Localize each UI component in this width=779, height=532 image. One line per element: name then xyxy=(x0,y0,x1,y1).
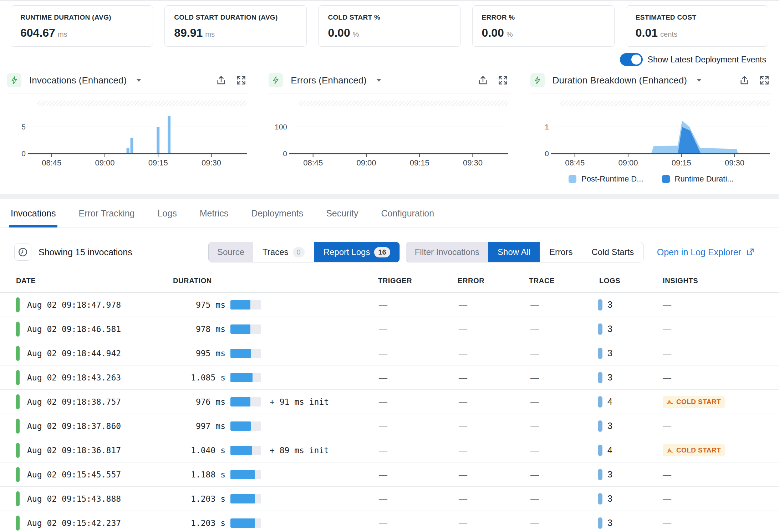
trace-cell: — xyxy=(530,511,539,532)
enhanced-bolt-badge xyxy=(269,73,283,87)
logs-cell[interactable]: 3 xyxy=(598,317,612,341)
trigger-cell: — xyxy=(379,317,387,341)
duration-bar-fill xyxy=(230,373,253,382)
table-row[interactable]: Aug 02 09:15:43.8881.203 s———3— xyxy=(0,487,779,511)
table-row[interactable]: Aug 02 09:18:46.581978 ms———3— xyxy=(0,317,779,341)
legend-item-post-runtime-d[interactable]: Post-Runtime D... xyxy=(569,174,643,184)
insights-cell: COLD START xyxy=(663,438,725,462)
invocation-filter-option-errors[interactable]: Errors xyxy=(540,242,582,262)
table-row[interactable]: Aug 02 09:18:36.8171.040 s+ 89 ms init——… xyxy=(0,438,779,462)
logs-cell[interactable]: 4 xyxy=(598,390,612,414)
logs-cell[interactable]: 3 xyxy=(598,414,612,438)
chart-plot-errors-enhanced[interactable]: 100008:4509:0009:1509:30 xyxy=(269,95,510,172)
history-clock-button[interactable] xyxy=(14,244,31,261)
logs-pill-icon xyxy=(598,323,602,335)
status-strip xyxy=(16,516,20,531)
tab-deployments[interactable]: Deployments xyxy=(251,208,303,227)
tab-invocations[interactable]: Invocations xyxy=(11,208,56,227)
empty-value-dash: — xyxy=(530,373,539,383)
table-row[interactable]: Aug 02 09:18:38.757976 ms+ 91 ms init———… xyxy=(0,390,779,414)
cold-start-icon xyxy=(667,447,673,453)
chart-plot-invocations-enhanced[interactable]: 5008:4509:0009:1509:30 xyxy=(7,95,249,172)
export-chart-button[interactable] xyxy=(739,75,750,86)
caret-down-icon[interactable] xyxy=(136,78,142,82)
cold-start-badge[interactable]: COLD START xyxy=(663,444,725,456)
logs-pill-icon xyxy=(598,420,602,432)
logs-cell[interactable]: 3 xyxy=(598,293,612,317)
cold-start-badge[interactable]: COLD START xyxy=(663,396,725,408)
table-row[interactable]: Aug 02 09:18:47.978975 ms———3— xyxy=(0,293,779,317)
legend-swatch xyxy=(569,175,576,183)
table-header-row: DATEDURATIONTRIGGERERRORTRACELOGSINSIGHT… xyxy=(0,277,779,293)
tab-security[interactable]: Security xyxy=(326,208,358,227)
chart-plot-duration-breakdown-enhanced[interactable]: 1008:4509:0009:1509:30 xyxy=(530,95,772,172)
chart-panel-invocations-enhanced: Invocations (Enhanced)5008:4509:0009:150… xyxy=(7,72,249,185)
logs-count: 3 xyxy=(607,518,612,528)
logs-cell[interactable]: 3 xyxy=(598,487,612,511)
caret-down-icon[interactable] xyxy=(696,78,702,82)
empty-value-dash: — xyxy=(379,470,387,480)
empty-value-dash: — xyxy=(663,421,671,431)
insights-cell: — xyxy=(663,462,671,486)
clock-icon xyxy=(17,247,28,257)
table-row[interactable]: Aug 02 09:18:44.942995 ms———3— xyxy=(0,341,779,365)
duration-bar xyxy=(230,414,261,438)
tab-configuration[interactable]: Configuration xyxy=(381,208,434,227)
tab-metrics[interactable]: Metrics xyxy=(200,208,229,227)
table-row[interactable]: Aug 02 09:15:45.5571.188 s———3— xyxy=(0,462,779,487)
expand-chart-button[interactable] xyxy=(236,75,246,86)
tab-error-tracking[interactable]: Error Tracking xyxy=(78,208,134,227)
invocation-filter-option-show-all[interactable]: Show All xyxy=(488,242,540,262)
tabs-bar: InvocationsError TrackingLogsMetricsDepl… xyxy=(0,199,779,227)
table-row[interactable]: Aug 02 09:18:37.860997 ms———3— xyxy=(0,414,779,438)
export-chart-button[interactable] xyxy=(216,75,226,86)
svg-text:0: 0 xyxy=(545,149,549,158)
empty-value-dash: — xyxy=(663,300,671,310)
export-chart-button[interactable] xyxy=(478,75,488,86)
tab-logs[interactable]: Logs xyxy=(157,208,177,227)
deployment-events-toggle[interactable] xyxy=(620,53,643,66)
logs-cell[interactable]: 3 xyxy=(598,341,612,365)
svg-text:0: 0 xyxy=(283,149,287,158)
insights-cell: — xyxy=(663,414,671,438)
table-row[interactable]: Aug 02 09:18:43.2631.085 s———3— xyxy=(0,365,779,390)
table-row[interactable]: Aug 02 09:15:42.2371.203 s———3— xyxy=(0,511,779,532)
table-body: Aug 02 09:18:47.978975 ms———3—Aug 02 09:… xyxy=(0,293,779,532)
expand-chart-button[interactable] xyxy=(498,75,508,86)
source-toggle-option-report-logs[interactable]: Report Logs16 xyxy=(314,242,399,262)
logs-pill-icon xyxy=(598,348,602,359)
source-toggle-option-traces[interactable]: Traces0 xyxy=(253,242,314,262)
stat-value-row: 89.91ms xyxy=(174,26,297,40)
chart-title-dropdown[interactable] xyxy=(696,78,702,82)
logs-cell[interactable]: 3 xyxy=(598,365,612,389)
open-log-explorer-label: Open in Log Explorer xyxy=(657,247,741,257)
duration-bar-fill xyxy=(230,446,252,455)
open-log-explorer-link[interactable]: Open in Log Explorer xyxy=(657,247,755,257)
legend-item-runtime-durati[interactable]: Runtime Durati... xyxy=(662,174,734,184)
invocation-count-summary: Showing 15 invocations xyxy=(39,247,132,257)
enhanced-bolt-badge xyxy=(530,73,545,87)
empty-value-dash: — xyxy=(379,397,387,407)
empty-value-dash: — xyxy=(530,300,539,310)
column-header-trigger: TRIGGER xyxy=(378,277,412,285)
empty-value-dash: — xyxy=(379,494,387,504)
logs-cell[interactable]: 4 xyxy=(598,438,612,462)
trace-cell: — xyxy=(530,487,539,511)
chart-title-dropdown[interactable] xyxy=(136,78,142,82)
expand-icon xyxy=(236,75,246,86)
source-toggle: SourceTraces0Report Logs16 xyxy=(208,242,400,262)
trigger-cell: — xyxy=(379,414,387,438)
empty-value-dash: — xyxy=(379,373,387,383)
chart-title-dropdown[interactable] xyxy=(376,78,382,82)
caret-down-icon[interactable] xyxy=(376,78,382,82)
status-indicator xyxy=(16,390,20,414)
stat-value-row: 604.67ms xyxy=(20,26,143,40)
expand-chart-button[interactable] xyxy=(759,75,770,86)
invocation-filter-option-cold-starts[interactable]: Cold Starts xyxy=(582,242,643,262)
column-header-insights: INSIGHTS xyxy=(663,277,698,285)
logs-count: 4 xyxy=(607,397,612,407)
logs-cell[interactable]: 3 xyxy=(598,511,612,532)
logs-cell[interactable]: 3 xyxy=(598,462,612,486)
export-icon xyxy=(739,75,750,86)
error-cell: — xyxy=(459,390,467,414)
